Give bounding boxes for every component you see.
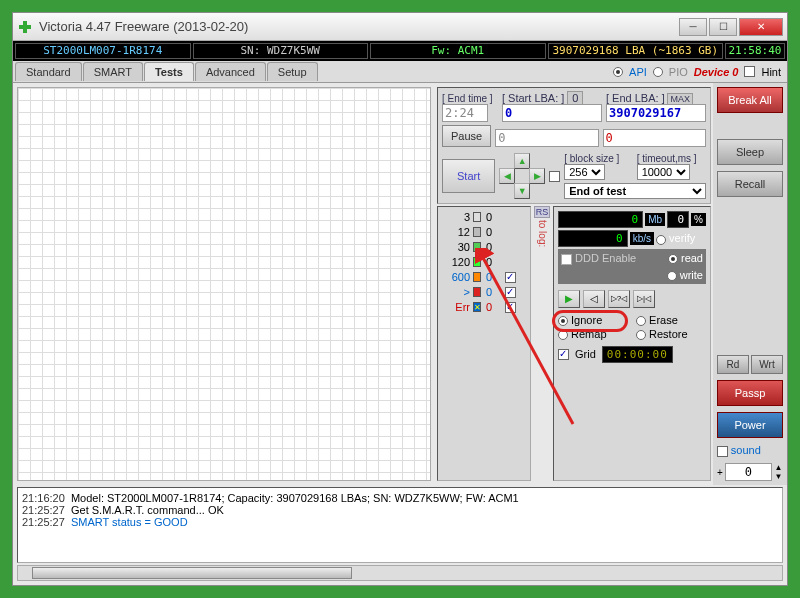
log-area: 21:16:20 Model: ST2000LM007-1R8174; Capa… — [17, 487, 783, 563]
hist-600: 600 — [442, 271, 470, 283]
blocksize-select[interactable]: 256 — [564, 164, 605, 180]
endtime-field[interactable]: 2:24 — [442, 104, 488, 122]
tolog-label: to log: — [537, 220, 548, 247]
field-zero2[interactable]: 0 — [495, 129, 598, 147]
read-radio[interactable] — [668, 254, 678, 264]
max-button[interactable]: MAX — [667, 93, 693, 105]
mb-label: Mb — [645, 213, 665, 226]
rd-button[interactable]: Rd — [717, 355, 749, 374]
pct-value: 0 — [667, 211, 689, 228]
write-label: write — [680, 269, 703, 281]
kbs-value: 0 — [558, 230, 628, 247]
hint-check[interactable] — [744, 66, 755, 77]
histogram: 30 120 300 1200 6000 >0 Err✕0 — [442, 211, 526, 313]
endtest-select[interactable]: End of test — [564, 183, 706, 199]
timeout-select[interactable]: 10000 — [637, 164, 690, 180]
startlba-count[interactable]: 0 — [567, 91, 583, 105]
power-button[interactable]: Power — [717, 412, 783, 438]
minimize-button[interactable]: ─ — [679, 18, 707, 36]
endtime-label: [ End time ] — [442, 93, 498, 104]
field-zero3[interactable]: 0 — [603, 129, 706, 147]
tab-bar: Standard SMART Tests Advanced Setup API … — [13, 61, 787, 83]
timer-display: 00:00:00 — [602, 346, 673, 363]
verify-radio[interactable] — [656, 235, 666, 245]
restore-radio[interactable] — [636, 330, 646, 340]
tab-tests[interactable]: Tests — [144, 62, 194, 81]
tab-standard[interactable]: Standard — [15, 62, 82, 81]
hist-3: 3 — [442, 211, 470, 223]
skip-button[interactable]: ▷|◁ — [633, 290, 655, 308]
maximize-button[interactable]: ☐ — [709, 18, 737, 36]
startlba-label: [ Start LBA: ] — [502, 92, 564, 104]
h-scrollbar[interactable] — [17, 565, 783, 581]
startlba-field[interactable]: 0 — [502, 104, 602, 122]
info-time: 21:58:40 — [725, 43, 785, 59]
api-label: API — [629, 66, 647, 78]
num-field[interactable]: 0 — [725, 463, 772, 481]
hist-gt: > — [442, 286, 470, 298]
dir-check[interactable] — [549, 171, 560, 182]
break-button[interactable]: Break All — [717, 87, 783, 113]
seek-button[interactable]: ▷?◁ — [608, 290, 630, 308]
grid-check[interactable] — [558, 349, 569, 360]
hist-12: 12 — [442, 226, 470, 238]
rs-button[interactable]: RS — [534, 206, 551, 218]
device-label: Device 0 — [694, 66, 739, 78]
tab-advanced[interactable]: Advanced — [195, 62, 266, 81]
sound-check[interactable] — [717, 446, 728, 457]
passp-button[interactable]: Passp — [717, 380, 783, 406]
info-fw: Fw: ACM1 — [370, 43, 546, 59]
svg-rect-1 — [19, 25, 31, 29]
kbs-label: kb/s — [630, 232, 654, 245]
ddd-check[interactable] — [561, 254, 572, 265]
info-bar: ST2000LM007-1R8174 SN: WDZ7K5WW Fw: ACM1… — [13, 41, 787, 61]
hint-label: Hint — [761, 66, 781, 78]
timeout-label: [ timeout,ms ] — [637, 153, 706, 164]
info-lba: 3907029168 LBA (~1863 GB) — [548, 43, 724, 59]
dir-left[interactable]: ◀ — [499, 168, 515, 184]
chk-err[interactable] — [505, 302, 516, 313]
dir-up[interactable]: ▲ — [514, 153, 530, 169]
annotation-circle — [552, 310, 628, 332]
dir-down[interactable]: ▼ — [514, 183, 530, 199]
app-icon — [17, 19, 33, 35]
sleep-button[interactable]: Sleep — [717, 139, 783, 165]
hist-120: 120 — [442, 256, 470, 268]
chk-gt[interactable] — [505, 287, 516, 298]
grid-label: Grid — [575, 348, 596, 360]
ddd-label: DDD Enable — [575, 252, 636, 264]
erase-radio[interactable] — [636, 316, 646, 326]
hist-err: Err — [442, 301, 470, 313]
play-button[interactable]: ▶ — [558, 290, 580, 308]
verify-label: verify — [669, 232, 695, 244]
info-model: ST2000LM007-1R8174 — [15, 43, 191, 59]
pio-label: PIO — [669, 66, 688, 78]
restore-label: Restore — [649, 328, 688, 340]
pct-label: % — [691, 213, 706, 226]
dir-right[interactable]: ▶ — [529, 168, 545, 184]
recall-button[interactable]: Recall — [717, 171, 783, 197]
scan-grid — [17, 87, 431, 481]
window-title: Victoria 4.47 Freeware (2013-02-20) — [39, 19, 679, 34]
info-sn: SN: WDZ7K5WW — [193, 43, 369, 59]
pause-button[interactable]: Pause — [442, 125, 491, 147]
blocksize-label: [ block size ] — [564, 153, 633, 164]
mb-value: 0 — [558, 211, 643, 228]
chk-600[interactable] — [505, 272, 516, 283]
titlebar: Victoria 4.47 Freeware (2013-02-20) ─ ☐ … — [13, 13, 787, 41]
endlba-field[interactable]: 3907029167 — [606, 104, 706, 122]
hist-30: 30 — [442, 241, 470, 253]
erase-label: Erase — [649, 314, 678, 326]
sound-label: sound — [731, 444, 761, 456]
wrt-button[interactable]: Wrt — [751, 355, 783, 374]
close-button[interactable]: ✕ — [739, 18, 783, 36]
write-radio[interactable] — [667, 271, 677, 281]
direction-pad: ▲ ◀ ▶ ▼ — [499, 153, 545, 199]
rev-button[interactable]: ◁ — [583, 290, 605, 308]
start-button[interactable]: Start — [442, 159, 495, 193]
tab-smart[interactable]: SMART — [83, 62, 143, 81]
read-label: read — [681, 252, 703, 264]
pio-radio[interactable] — [653, 67, 663, 77]
api-radio[interactable] — [613, 67, 623, 77]
tab-setup[interactable]: Setup — [267, 62, 318, 81]
